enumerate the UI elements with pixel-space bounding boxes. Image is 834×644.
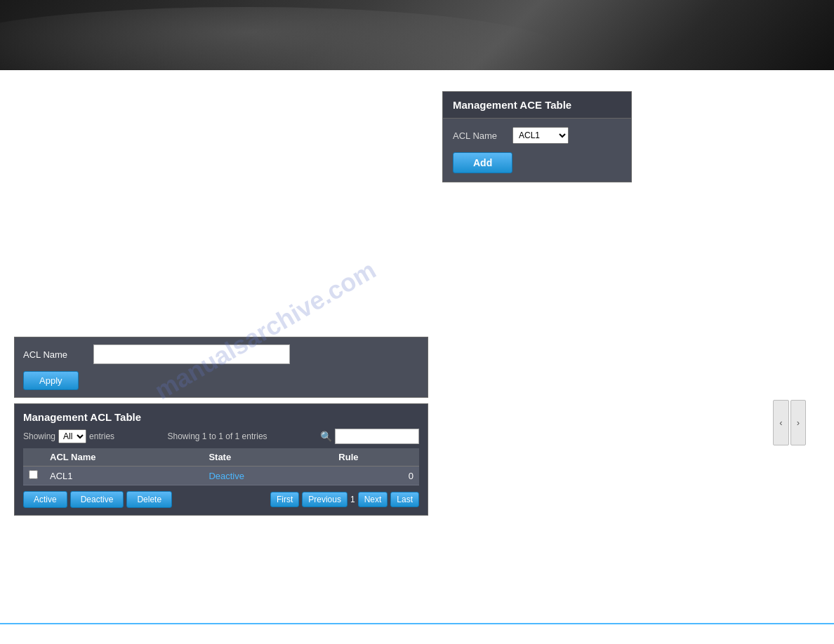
previous-button[interactable]: Previous bbox=[302, 492, 348, 507]
search-input[interactable] bbox=[335, 429, 419, 444]
prev-arrow-button[interactable]: ‹ bbox=[773, 400, 788, 445]
showing-select[interactable]: All 10 25 50 bbox=[58, 429, 86, 443]
search-area: 🔍 bbox=[320, 429, 419, 444]
search-icon: 🔍 bbox=[320, 431, 332, 442]
col-state: State bbox=[203, 448, 333, 467]
table-row: ACL1 Deactive 0 bbox=[23, 467, 419, 485]
showing-label: Showing All 10 25 50 entries bbox=[23, 429, 114, 443]
ace-table-box: Management ACE Table ACL Name ACL1 Add bbox=[442, 91, 632, 182]
ace-acl-name-select[interactable]: ACL1 bbox=[512, 127, 569, 144]
header-banner bbox=[0, 0, 834, 70]
ace-table-header: Management ACE Table bbox=[443, 92, 631, 119]
next-button[interactable]: Next bbox=[358, 492, 388, 507]
col-rule: Rule bbox=[333, 448, 419, 467]
left-panel: ACL Name Apply Management ACL Table Show… bbox=[14, 91, 428, 516]
acl-name-row: ACL Name bbox=[23, 344, 419, 364]
footer bbox=[0, 623, 834, 644]
ace-acl-name-row: ACL Name ACL1 bbox=[453, 127, 621, 144]
ace-acl-name-label: ACL Name bbox=[453, 130, 505, 141]
col-acl-name: ACL Name bbox=[44, 448, 203, 467]
action-buttons: Active Deactive Delete bbox=[23, 491, 172, 508]
acl-table-section: Management ACL Table Showing All 10 25 5… bbox=[14, 403, 428, 516]
apply-row: Apply bbox=[23, 371, 419, 390]
active-button[interactable]: Active bbox=[23, 491, 67, 508]
first-button[interactable]: First bbox=[270, 492, 299, 507]
last-button[interactable]: Last bbox=[390, 492, 419, 507]
deactive-button[interactable]: Deactive bbox=[70, 491, 124, 508]
delete-button[interactable]: Delete bbox=[126, 491, 172, 508]
entries-suffix: entries bbox=[89, 431, 114, 441]
right-panel: Management ACE Table ACL Name ACL1 Add ‹ bbox=[442, 91, 820, 516]
acl-name-input[interactable] bbox=[93, 344, 290, 364]
next-arrow-button[interactable]: › bbox=[790, 400, 806, 445]
ace-table-body: ACL Name ACL1 Add bbox=[443, 119, 631, 182]
pagination-buttons: First Previous 1 Next Last bbox=[270, 492, 419, 507]
apply-button[interactable]: Apply bbox=[23, 371, 79, 390]
table-controls: Showing All 10 25 50 entries Showing 1 t… bbox=[23, 429, 419, 444]
ace-add-row: Add bbox=[453, 152, 621, 173]
row-acl-name: ACL1 bbox=[44, 467, 203, 485]
table-title: Management ACL Table bbox=[23, 411, 419, 423]
pagination-arrows: ‹ › bbox=[773, 400, 806, 445]
acl-name-label: ACL Name bbox=[23, 349, 93, 360]
col-checkbox bbox=[23, 448, 44, 467]
entries-info: Showing 1 to 1 of 1 entries bbox=[167, 431, 267, 441]
row-checkbox-cell bbox=[23, 467, 44, 485]
acl-data-table: ACL Name State Rule ACL1 Deactive 0 bbox=[23, 448, 419, 485]
row-state[interactable]: Deactive bbox=[203, 467, 333, 485]
showing-text: Showing bbox=[23, 431, 55, 441]
acl-form-section: ACL Name Apply bbox=[14, 337, 428, 398]
row-rule: 0 bbox=[333, 467, 419, 485]
bottom-buttons: Active Deactive Delete First Previous 1 … bbox=[23, 491, 419, 508]
page-number: 1 bbox=[350, 495, 355, 504]
row-checkbox[interactable] bbox=[29, 470, 38, 479]
add-button[interactable]: Add bbox=[453, 152, 512, 173]
table-header-row: ACL Name State Rule bbox=[23, 448, 419, 467]
